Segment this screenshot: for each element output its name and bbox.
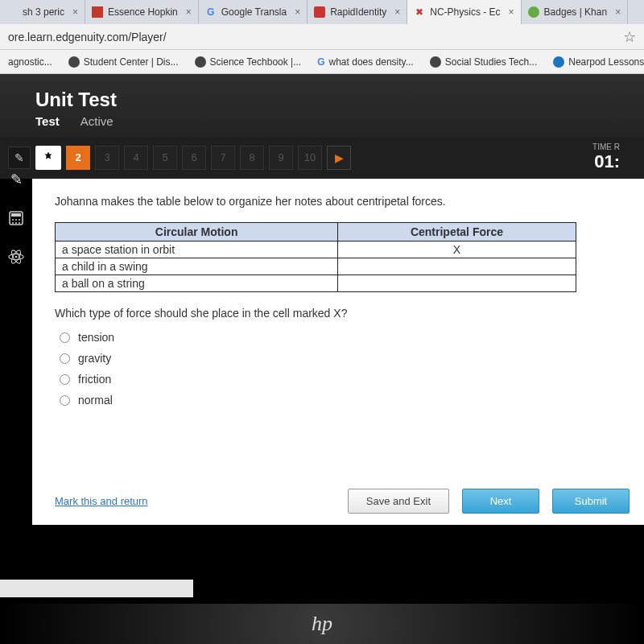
next-arrow-button[interactable]: ▶ — [327, 146, 351, 170]
svg-point-6 — [15, 222, 17, 224]
svg-point-2 — [12, 219, 14, 221]
qnum-2[interactable]: 2 — [66, 146, 90, 170]
favicon-5 — [528, 6, 539, 18]
svg-point-3 — [15, 219, 17, 221]
tab-1[interactable]: Essence Hopkin× — [85, 0, 199, 24]
laptop-bezel: hp — [0, 604, 644, 644]
question-nav: ✎ 2 3 4 5 6 7 8 9 10 ▶ TIME R 01: — [0, 138, 644, 179]
radio-icon[interactable] — [60, 395, 70, 406]
follow-prompt: Which type of force should she place in … — [55, 307, 621, 320]
qnum-10[interactable]: 10 — [298, 146, 322, 170]
mark-and-return-link[interactable]: Mark this and return — [55, 495, 148, 507]
star-icon[interactable]: ☆ — [623, 28, 636, 46]
option-friction[interactable]: friction — [60, 373, 621, 386]
radio-icon[interactable] — [60, 374, 70, 385]
close-icon[interactable]: × — [72, 6, 78, 18]
close-icon[interactable]: × — [295, 6, 300, 18]
svg-rect-1 — [11, 213, 21, 217]
favicon-3 — [314, 6, 325, 18]
table-cell: a ball on a string — [56, 275, 338, 292]
table-row: a ball on a string — [56, 275, 576, 292]
tab-label: NC-Physics - Ec — [430, 6, 500, 18]
timer: TIME R 01: — [592, 142, 620, 172]
nearpod-icon — [553, 56, 564, 68]
radio-icon[interactable] — [60, 332, 70, 343]
close-icon[interactable]: × — [394, 6, 400, 18]
bookmark-3[interactable]: Gwhat does density... — [317, 56, 414, 68]
url-text: ore.learn.edgenuity.com/Player/ — [8, 31, 167, 43]
table-cell: a child in a swing — [56, 258, 338, 275]
tab-0[interactable]: sh 3 peric× — [0, 0, 85, 24]
address-bar[interactable]: ore.learn.edgenuity.com/Player/ ☆ — [0, 24, 644, 50]
qnum-6[interactable]: 6 — [182, 146, 206, 170]
qnum-5[interactable]: 5 — [153, 146, 177, 170]
globe-icon — [430, 56, 441, 68]
table-cell: a space station in orbit — [56, 242, 338, 258]
qnum-9[interactable]: 9 — [269, 146, 293, 170]
taskbar-fragment — [0, 580, 193, 597]
table-cell: X — [338, 242, 576, 258]
footer: Mark this and return Save and Exit Next … — [55, 489, 630, 514]
bookmark-5[interactable]: Nearpod Lessons:... — [553, 56, 644, 68]
tab-3[interactable]: RapidIdentity× — [308, 0, 407, 24]
next-button[interactable]: Next — [462, 489, 539, 514]
page-title: Unit Test — [35, 89, 620, 111]
tool-column: ✎ — [0, 169, 32, 267]
option-label: tension — [78, 331, 114, 344]
close-icon[interactable]: × — [186, 6, 192, 18]
flag-button[interactable] — [35, 146, 61, 170]
pencil-tool-icon[interactable]: ✎ — [6, 169, 27, 190]
close-icon[interactable]: × — [509, 6, 514, 18]
browser-tabs: sh 3 peric× Essence Hopkin× GGoogle Tran… — [0, 0, 644, 24]
tab-label: sh 3 peric — [23, 6, 64, 18]
option-gravity[interactable]: gravity — [60, 352, 621, 365]
options: tension gravity friction normal — [55, 331, 621, 407]
pencil-icon[interactable]: ✎ — [8, 147, 31, 169]
bookmark-label: agnostic... — [8, 56, 52, 68]
qnum-3[interactable]: 3 — [95, 146, 119, 170]
app-header: Unit Test Test Active ✎ 2 3 4 5 6 7 8 9 … — [0, 74, 644, 179]
hand-icon — [41, 151, 56, 165]
option-tension[interactable]: tension — [60, 331, 621, 344]
tab-test[interactable]: Test — [35, 114, 60, 128]
table-header: Centripetal Force — [338, 223, 576, 242]
radio-icon[interactable] — [60, 353, 70, 364]
bookmark-4[interactable]: Social Studies Tech... — [430, 56, 538, 68]
tab-2[interactable]: GGoogle Transla× — [199, 0, 308, 24]
bookmark-1[interactable]: Student Center | Dis... — [68, 56, 179, 68]
option-label: normal — [78, 394, 113, 407]
atom-icon[interactable] — [6, 246, 27, 267]
question-prompt: Johanna makes the table below to organiz… — [55, 195, 621, 208]
svg-point-7 — [19, 222, 20, 224]
table-cell — [338, 258, 576, 275]
bookmark-label: Science Techbook |... — [210, 56, 302, 68]
close-icon[interactable]: × — [615, 6, 621, 18]
bookmark-label: Social Studies Tech... — [445, 56, 538, 68]
qnum-4[interactable]: 4 — [124, 146, 148, 170]
tab-active[interactable]: Active — [80, 114, 114, 128]
calculator-icon[interactable] — [6, 208, 27, 229]
qnum-7[interactable]: 7 — [211, 146, 235, 170]
submit-button[interactable]: Submit — [552, 489, 630, 514]
svg-point-11 — [15, 256, 18, 258]
svg-point-4 — [19, 219, 20, 221]
notes-table: Circular Motion Centripetal Force a spac… — [55, 222, 576, 292]
bookmark-0[interactable]: agnostic... — [8, 56, 52, 68]
svg-point-5 — [12, 222, 14, 224]
timer-label: TIME R — [592, 142, 620, 151]
favicon-1 — [92, 6, 103, 18]
save-and-exit-button[interactable]: Save and Exit — [348, 489, 449, 514]
tab-label: Essence Hopkin — [108, 6, 178, 18]
option-label: friction — [78, 373, 111, 386]
bookmark-2[interactable]: Science Techbook |... — [195, 56, 302, 68]
table-header: Circular Motion — [56, 223, 338, 242]
option-normal[interactable]: normal — [60, 394, 621, 407]
qnum-8[interactable]: 8 — [240, 146, 264, 170]
tab-4[interactable]: ✖NC-Physics - Ec× — [407, 0, 521, 24]
tab-5[interactable]: Badges | Khan× — [522, 0, 629, 24]
tab-label: Badges | Khan — [544, 6, 608, 18]
sub-tabs: Test Active — [0, 114, 644, 138]
favicon-0 — [6, 6, 18, 18]
table-header-row: Circular Motion Centripetal Force — [56, 223, 576, 242]
bookmark-label: Nearpod Lessons:... — [568, 56, 644, 68]
